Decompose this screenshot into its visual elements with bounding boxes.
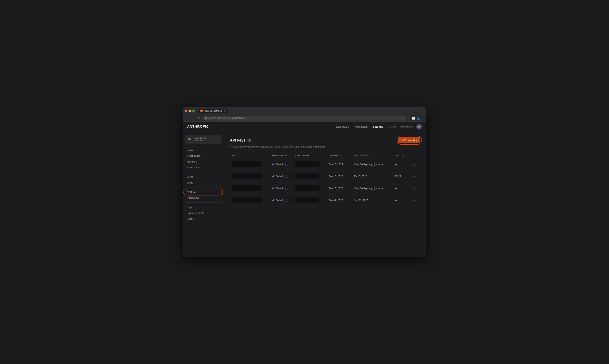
created-by-redacted-1 <box>295 161 319 167</box>
row-more-button-4[interactable]: ··· <box>411 198 416 203</box>
browser-tab[interactable]: A Anthropic Console ✕ <box>198 109 228 113</box>
close-window-button[interactable] <box>185 110 187 112</box>
org-arrow-icon: ⇆ <box>217 138 219 141</box>
table-header-row: KEY WORKSPACE CREATED BY CREATED AT ▲ LA… <box>230 153 420 158</box>
cost-info-icon[interactable]: i <box>402 154 404 157</box>
workspace-info-icon-4[interactable]: i <box>285 199 287 202</box>
docs-link[interactable]: □ Docs <box>388 125 396 128</box>
forward-button[interactable]: → <box>191 116 195 120</box>
th-workspace: WORKSPACE <box>270 153 293 158</box>
created-by-redacted-2 <box>295 173 319 179</box>
sidebar-item-privacy-controls[interactable]: Privacy controls <box>185 210 221 216</box>
org-card[interactable]: ⊞ Organization AI Simulator ⇆ <box>185 135 221 143</box>
actions-1: ··· <box>409 158 420 170</box>
cost-4: — <box>392 194 409 206</box>
workspace-dot-2 <box>272 175 274 177</box>
app-logo: ANTHROPIC <box>187 125 209 129</box>
sidebar-divider-2 <box>185 187 221 187</box>
back-button[interactable]: ← <box>185 116 189 120</box>
page-description: API keys are owned by workspaces and rem… <box>230 145 420 148</box>
table-row: Default i Jan 15, 2025 Over 30 days ago … <box>230 182 420 194</box>
nav-settings[interactable]: Settings <box>373 125 383 128</box>
last-used-4: Jan 31, 2025 <box>352 194 392 206</box>
row-more-button-3[interactable]: ··· <box>411 186 416 191</box>
key-cell-1 <box>230 158 270 170</box>
actions-3: ··· <box>409 182 420 194</box>
sidebar-item-billing[interactable]: Billing <box>185 174 221 180</box>
key-redacted-2 <box>232 173 262 179</box>
nav-dashboard[interactable]: Dashboard <box>336 125 349 128</box>
title-bar: A Anthropic Console ✕ + ⌄ <box>183 107 426 115</box>
org-name: Organization <box>194 137 215 140</box>
actions-2: ··· <box>409 170 420 182</box>
th-created-by: CREATED BY <box>293 153 326 158</box>
created-at-4: Jan 31, 2025 <box>326 194 352 206</box>
url-display: console.anthropic.com/settings/keys <box>208 117 244 119</box>
nav-right: □ Docs ⎋ Feedback ZL <box>388 124 422 130</box>
table-row: Default i Jan 31, 2025 Jan 31, 2025 — <box>230 194 420 206</box>
docs-icon: □ <box>388 125 390 128</box>
refresh-button[interactable]: ↻ <box>197 116 201 120</box>
workspace-info-icon-3[interactable]: i <box>285 187 287 190</box>
tab-close-icon[interactable]: ✕ <box>224 110 226 112</box>
key-redacted-4 <box>232 197 262 203</box>
th-last-used: LAST USED AT <box>352 153 392 158</box>
org-sub: AI Simulator <box>194 140 215 142</box>
tab-title: Anthropic Console <box>204 110 222 112</box>
sidebar-item-profile[interactable]: Profile <box>185 147 221 153</box>
page-title-row: API keys 4 <box>230 138 252 143</box>
workspace-info-icon-1[interactable]: i <box>285 163 287 166</box>
minimize-window-button[interactable] <box>189 110 191 112</box>
sidebar-group-1: Profile Organization Members Workspaces <box>185 147 221 170</box>
th-cost: COST i <box>392 153 409 158</box>
new-tab-button[interactable]: + <box>229 109 233 113</box>
workspace-cell-3: Default i <box>270 182 293 194</box>
actions-4: ··· <box>409 194 420 206</box>
bookmark-icon[interactable]: ☆ <box>408 117 411 120</box>
sidebar-item-api-keys[interactable]: API keys <box>185 189 221 195</box>
workspace-label-1: Default <box>276 163 283 166</box>
row-more-button-1[interactable]: ··· <box>411 162 416 167</box>
workspace-cell-1: Default i <box>270 158 293 170</box>
nav-workbench[interactable]: Workbench <box>354 125 368 128</box>
row-more-button-2[interactable]: ··· <box>411 174 416 179</box>
user-avatar[interactable]: ZL <box>416 124 422 130</box>
tab-favicon: A <box>200 110 203 112</box>
last-used-2: Feb 5, 2025 <box>352 170 392 182</box>
created-by-cell-3 <box>293 182 326 194</box>
url-base: console.anthropic.com <box>208 117 231 119</box>
workspace-cell-4: Default i <box>270 194 293 206</box>
profile-icon[interactable]: 👤 <box>417 117 420 120</box>
sort-icon: ▲ <box>344 155 346 156</box>
workspace-label-2: Default <box>276 175 283 178</box>
created-by-redacted-4 <box>295 197 319 203</box>
chevron-down-icon[interactable]: ⌄ <box>422 109 424 112</box>
menu-icon[interactable]: ⋮ <box>422 117 424 120</box>
sidebar-item-limits[interactable]: Limits <box>185 180 221 185</box>
sidebar-item-admin-keys[interactable]: Admin keys <box>185 195 221 201</box>
cost-2: $0.05 <box>392 170 409 182</box>
sidebar-item-organization[interactable]: Organization <box>185 153 221 158</box>
sidebar-item-workspaces[interactable]: Workspaces <box>185 165 221 170</box>
mac-window: A Anthropic Console ✕ + ⌄ ← → ↻ 🔒 consol… <box>183 107 426 257</box>
workspace-info-icon-2[interactable]: i <box>285 175 287 178</box>
th-created-at[interactable]: CREATED AT ▲ <box>326 153 352 158</box>
key-redacted-1 <box>232 161 262 167</box>
th-actions <box>409 153 420 158</box>
sidebar-item-logs[interactable]: Logs <box>185 205 221 210</box>
table-row: Default i Jun 26, 2024 Over 30 days ago … <box>230 158 420 170</box>
extensions-icon[interactable]: ⬜ <box>412 117 415 120</box>
sidebar-divider-3 <box>185 202 221 203</box>
sidebar-divider-1 <box>185 172 221 172</box>
sidebar-item-usage[interactable]: Usage <box>185 216 221 221</box>
url-bar[interactable]: 🔒 console.anthropic.com/settings/keys <box>202 116 406 120</box>
created-at-1: Jun 26, 2024 <box>326 158 352 170</box>
feedback-link[interactable]: ⎋ Feedback <box>400 125 413 128</box>
sidebar-item-members[interactable]: Members <box>185 159 221 164</box>
key-redacted-3 <box>232 185 262 191</box>
create-key-button[interactable]: + Create Key <box>398 137 420 143</box>
fullscreen-window-button[interactable] <box>192 110 195 112</box>
workspace-dot-3 <box>272 187 274 189</box>
browser-controls: ⌄ <box>422 109 424 112</box>
key-cell-3 <box>230 182 270 194</box>
